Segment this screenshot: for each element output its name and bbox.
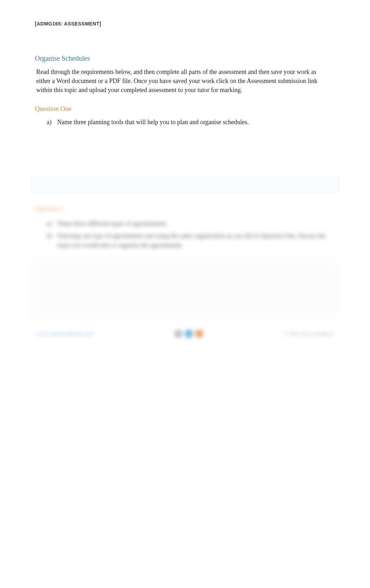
page-footer: www.careeracademy.com © The Career Acade… bbox=[35, 330, 335, 338]
question-marker: a) bbox=[47, 219, 57, 228]
question-two-item-a: a) Name three different types of appoint… bbox=[47, 219, 335, 228]
dot-grey-icon bbox=[174, 330, 183, 338]
question-text: Name three different types of appointmen… bbox=[57, 219, 335, 228]
question-two-list: a) Name three different types of appoint… bbox=[35, 219, 335, 250]
dot-blue-icon bbox=[185, 330, 193, 338]
question-two-heading: Question 2 bbox=[35, 205, 335, 213]
question-one-item-a: a) Name three planning tools that will h… bbox=[47, 118, 335, 127]
footer-dots-icon bbox=[174, 330, 203, 338]
question-text: Name three planning tools that will help… bbox=[57, 118, 335, 127]
blurred-preview: Question 2 a) Name three different types… bbox=[35, 205, 335, 338]
question-marker: a) bbox=[47, 118, 57, 127]
question-one-list: a) Name three planning tools that will h… bbox=[35, 118, 335, 127]
footer-copyright: © The Career Academy bbox=[284, 331, 334, 337]
answer-box-q1[interactable] bbox=[31, 176, 339, 193]
question-two-item-b: b) Selecting one type of appointment and… bbox=[47, 231, 335, 250]
question-marker: b) bbox=[47, 231, 57, 250]
dot-orange-icon bbox=[195, 330, 203, 338]
question-one-heading: Question One bbox=[35, 105, 335, 113]
footer-link[interactable]: www.careeracademy.com bbox=[36, 331, 93, 337]
document-header: [ADMG165: ASSESSMENT] bbox=[35, 21, 335, 27]
answer-box-q2 bbox=[31, 261, 339, 316]
question-text: Selecting one type of appointment and us… bbox=[57, 231, 335, 250]
section-title: Organise Schedules bbox=[35, 54, 335, 62]
instructions-text: Read through the requirements below, and… bbox=[35, 67, 335, 95]
